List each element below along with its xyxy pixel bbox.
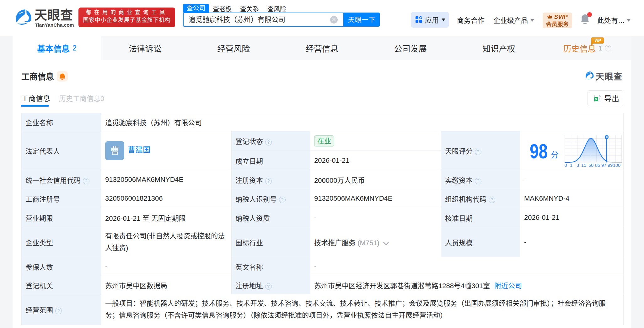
svg-text:100: 100 [613, 163, 620, 168]
svg-text:85: 85 [595, 163, 600, 168]
svg-text:0: 0 [565, 163, 567, 168]
svg-text:99: 99 [608, 163, 613, 168]
svg-text:97: 97 [601, 163, 606, 168]
svg-text:1: 1 [570, 163, 572, 168]
svg-text:15: 15 [581, 163, 586, 168]
svg-text:50: 50 [588, 163, 593, 168]
svg-text:3: 3 [577, 163, 579, 168]
